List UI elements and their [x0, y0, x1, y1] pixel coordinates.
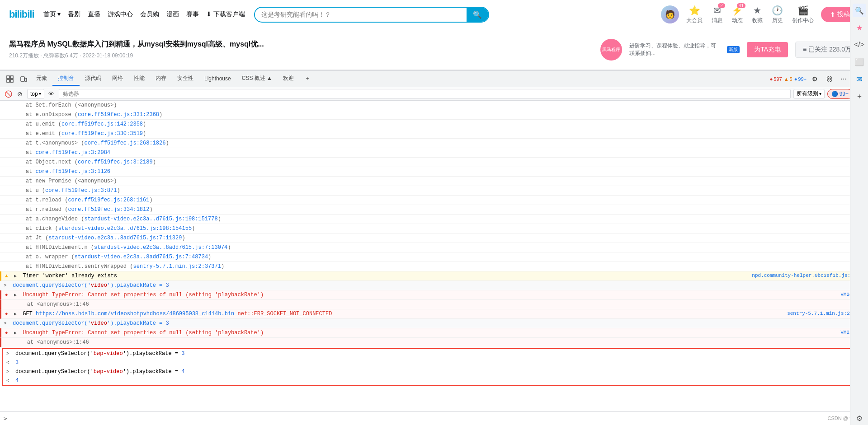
stack-line-17: at o._wrapper (stardust-video.e2c3a..8ad… [0, 252, 868, 262]
stack-link-15[interactable]: stardust-video.e2c3a..8add7615.js:7:1132… [48, 235, 182, 241]
stack-link-10[interactable]: core.ff519fec.js:3:871 [45, 187, 117, 194]
error-line-1: ● ▶ Uncaught TypeError: Cannot set prope… [0, 290, 868, 300]
cmd-output-prefix-1: < [6, 359, 14, 367]
warn-text-1[interactable]: ▶ Timer 'worker' already exists [14, 272, 748, 280]
cmd-output-val-2: 4 [15, 377, 862, 385]
stack-link-2[interactable]: core.ff519fec.js:331:2368 [78, 112, 159, 118]
stack-link-13[interactable]: stardust-video.e2c3a..d7615.js:198:15177… [84, 216, 217, 222]
nav-vip[interactable]: 会员购 [140, 10, 159, 19]
stack-text-11: at t.reload (core.ff519fec.js:268:1161) [13, 196, 864, 204]
input-prompt-2: > [4, 319, 11, 327]
filter-input[interactable] [59, 89, 791, 99]
get-error-link[interactable]: sentry-5.7.1.min.js:2 [787, 311, 850, 316]
warn-link-1[interactable]: npd.community-helper.0bc3ef1b.js:88 [752, 273, 856, 278]
search-button[interactable]: 🔍 [467, 8, 488, 22]
tab-lighthouse[interactable]: Lighthouse [199, 73, 236, 85]
stack-link-11[interactable]: core.ff519fec.js:268:1161 [68, 197, 149, 203]
inspect-element-button[interactable] [4, 73, 16, 85]
stack-link-5[interactable]: core.ff519fec.js:268:1826 [84, 140, 165, 146]
expand-arrow-1: ▶ [14, 273, 19, 280]
stack-link-4[interactable]: core.ff519fec.js:330:3519 [61, 131, 143, 137]
header-icon-dynamic[interactable]: ⚡ 41 动态 [731, 5, 743, 24]
error-icon-1: ● [5, 291, 12, 299]
follow-button[interactable]: ≡ 已关注 228.0万 [795, 42, 859, 58]
devtools-more-button[interactable]: ⋯ [837, 73, 850, 85]
avatar[interactable]: 🧑 [661, 5, 679, 23]
warn-icon: ▲ [5, 272, 12, 280]
sidebar-icon-plus[interactable]: ＋ [853, 89, 866, 103]
error-stack-2: at <anonymous>:1:46 [0, 338, 868, 347]
stack-link-3[interactable]: core.ff519fec.js:142:2358 [61, 121, 143, 127]
nav-bangumi[interactable]: 番剧 [68, 10, 80, 19]
get-url-link[interactable]: https://boss.hdslb.com/videoshotpvhdboss… [36, 311, 234, 317]
stack-link-12[interactable]: core.ff519fec.js:334:1812 [68, 206, 149, 213]
search-input[interactable] [255, 8, 467, 21]
nav-match[interactable]: 赛事 [186, 10, 199, 19]
devtools-panel: 元素 控制台 源代码 网络 性能 内存 安全性 Lighthouse CSS 概… [0, 70, 868, 425]
nav-manga[interactable]: 漫画 [166, 10, 179, 19]
devtools-settings-button[interactable]: ⚙ [808, 73, 821, 85]
header-icon-vip[interactable]: ⭐ 大会员 [686, 5, 703, 24]
bilibili-logo[interactable]: bilibili [9, 9, 34, 20]
tab-elements[interactable]: 元素 [31, 72, 52, 86]
stack-link-17[interactable]: stardust-video.e2c3a..8add7615.js:7:4873… [75, 254, 208, 260]
level-selector[interactable]: 所有级别 ▾ [793, 89, 825, 99]
header-icon-create[interactable]: 🎬 创作中心 [792, 5, 814, 24]
tab-security[interactable]: 安全性 [172, 72, 199, 86]
indent-prefix [4, 253, 11, 253]
warn-number: 5 [790, 76, 793, 82]
eye-button[interactable]: 👁 [47, 89, 56, 98]
sidebar-icon-code[interactable]: </> [853, 38, 866, 51]
stack-link-14[interactable]: stardust-video.e2c3a..d7615.js:198:15415… [58, 225, 192, 232]
tab-add[interactable]: ＋ [299, 72, 316, 86]
console-clear-button[interactable]: 🚫 [4, 89, 13, 98]
indent-prefix [4, 215, 11, 215]
expand-arrow-3: ▶ [14, 311, 19, 318]
nav-home[interactable]: 首页 ▾ [43, 10, 61, 19]
frame-selector[interactable]: top ▾ [27, 89, 44, 99]
indent-prefix [4, 177, 11, 177]
tab-sources[interactable]: 源代码 [80, 72, 107, 86]
stack-text-7: at Object.next (core.ff519fec.js:3:2189) [13, 158, 864, 166]
tab-console[interactable]: 控制台 [52, 72, 80, 86]
tab-network[interactable]: 网络 [107, 72, 128, 86]
console-text-input[interactable] [10, 415, 828, 422]
cmd-input-1: > document.querySelector('bwp-video').pl… [3, 349, 865, 358]
nav-download[interactable]: ⬇ 下载客户端 [206, 10, 245, 19]
tab-css[interactable]: CSS 概述 ▲ [236, 72, 278, 86]
svg-rect-0 [7, 76, 9, 79]
console-output[interactable]: at Set.forEach (<anonymous>) at e.onDisp… [0, 101, 868, 411]
sidebar-icon-settings-bottom[interactable]: ⚙ [853, 411, 866, 425]
device-toolbar-button[interactable] [17, 73, 30, 85]
stack-link-16[interactable]: stardust-video.e2c3a..8add7615.js:7:1307… [94, 244, 227, 251]
get-error-text[interactable]: ▶ GET https://boss.hdslb.com/videoshotpv… [14, 310, 783, 318]
sidebar-icon-outlook[interactable]: ✉ [853, 72, 866, 86]
error-filter-badge[interactable]: 🔵 99+ [827, 89, 853, 99]
indent-prefix [4, 130, 11, 130]
console-filter-button[interactable]: ⊘ [15, 89, 24, 98]
error-text-2[interactable]: ▶ Uncaught TypeError: Cannot set propert… [14, 329, 837, 337]
header-icon-history[interactable]: 🕐 历史 [772, 5, 783, 24]
stack-link-7[interactable]: core.ff519fec.js:3:2189 [78, 159, 153, 165]
stack-link-6[interactable]: core.ff519fec.js:3:2084 [35, 149, 110, 156]
charge-button[interactable]: 为TA充电 [747, 42, 788, 57]
tab-memory[interactable]: 内存 [150, 72, 172, 86]
error-text-1[interactable]: ▶ Uncaught TypeError: Cannot set propert… [14, 291, 837, 299]
sidebar-icon-star[interactable]: ★ [853, 21, 866, 34]
nav-live[interactable]: 直播 [88, 10, 100, 19]
tab-performance[interactable]: 性能 [128, 72, 150, 86]
nav-game[interactable]: 游戏中心 [108, 10, 133, 19]
sidebar-icon-box[interactable]: ⬜ [853, 55, 866, 69]
warn-source-1[interactable]: npd.community-helper.0bc3ef1b.js:88 ⓘ [752, 272, 864, 280]
header-icon-message[interactable]: ✉ 2 消息 [712, 5, 722, 24]
stack-link-8[interactable]: core.ff519fec.js:3:1126 [35, 168, 110, 175]
stack-line-4: at e.emit (core.ff519fec.js:330:3519) [0, 129, 868, 139]
header-icon-fav[interactable]: ★ 收藏 [752, 5, 763, 24]
devtools-remote-button[interactable]: ⛓ [823, 73, 835, 85]
stack-text-9: at new Promise (<anonymous>) [13, 177, 864, 185]
stack-link-18[interactable]: sentry-5.7.1.min.js:2:37371 [133, 263, 221, 270]
error-stack-1: at <anonymous>:1:46 [0, 300, 868, 309]
info-number: 99+ [798, 76, 807, 82]
sidebar-icon-search[interactable]: 🔍 [853, 4, 866, 17]
tab-welcome[interactable]: 欢迎 [278, 72, 299, 86]
